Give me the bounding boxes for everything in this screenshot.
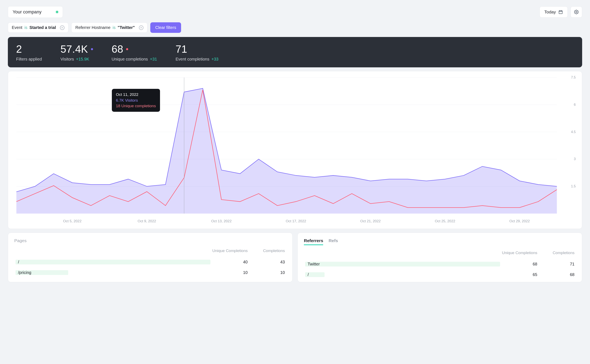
stat-value: 2 (16, 43, 22, 55)
svg-rect-0 (559, 11, 563, 14)
svg-text:4.5: 4.5 (571, 130, 576, 134)
settings-button[interactable] (570, 6, 582, 18)
svg-text:Oct 17, 2022: Oct 17, 2022 (286, 219, 306, 223)
filter-op: is (24, 25, 27, 30)
col-completions: Completions (248, 248, 285, 253)
pages-heading: Pages (14, 238, 27, 243)
table-row[interactable]: /6568 (304, 269, 576, 280)
calendar-icon (558, 10, 563, 14)
row-unique-completions: 10 (211, 270, 248, 275)
trend-chart[interactable]: 1.534.567.5Oct 5, 2022Oct 9, 2022Oct 13,… (12, 75, 578, 226)
svg-text:6: 6 (574, 103, 576, 106)
table-row[interactable]: /pricing1010 (14, 267, 286, 278)
date-range-button[interactable]: Today (540, 6, 568, 18)
svg-text:Oct 29, 2022: Oct 29, 2022 (509, 219, 530, 223)
row-unique-completions: 68 (500, 262, 537, 266)
pages-card: Pages Unique Completions Completions /40… (8, 233, 292, 282)
svg-text:Oct 9, 2022: Oct 9, 2022 (138, 219, 156, 223)
filter-op: is (113, 25, 116, 30)
col-unique-completions: Unique Completions (211, 248, 248, 253)
stat-label: Event completions (176, 57, 209, 62)
company-selector[interactable]: Your company (8, 6, 63, 18)
row-label: / (308, 272, 309, 277)
filter-value: Started a trial (30, 25, 56, 30)
filter-chip-event[interactable]: Event is Started a trial ✕ (8, 23, 68, 33)
filter-chip-referrer[interactable]: Referrer Hostname is "Twitter" ✕ (71, 23, 147, 33)
svg-text:Oct 21, 2022: Oct 21, 2022 (360, 219, 381, 223)
svg-text:3: 3 (574, 157, 576, 161)
stat-unique-completions[interactable]: 68 Unique completions +31 (112, 43, 157, 62)
stat-label: Unique completions (112, 57, 148, 62)
col-unique-completions: Unique Completions (500, 251, 537, 255)
stat-filters-applied: 2 Filters applied (16, 43, 42, 62)
row-label: Twitter (308, 262, 320, 266)
row-completions: 68 (537, 272, 575, 277)
live-indicator-icon (56, 11, 58, 13)
row-completions: 71 (537, 262, 575, 266)
row-unique-completions: 40 (211, 260, 248, 264)
stat-visitors[interactable]: 57.4K Visitors +15.9K (60, 43, 93, 62)
stats-bar: 2 Filters applied 57.4K Visitors +15.9K … (8, 37, 582, 67)
stat-delta: +15.9K (76, 57, 89, 62)
filter-key: Referrer Hostname (75, 25, 110, 30)
stat-delta: +31 (150, 57, 157, 62)
row-label: / (18, 260, 19, 264)
table-row[interactable]: /4043 (14, 257, 286, 267)
stat-delta: +33 (212, 57, 219, 62)
date-range-label: Today (544, 9, 556, 14)
filters-row: Event is Started a trial ✕ Referrer Host… (8, 22, 582, 33)
stat-event-completions[interactable]: 71 Event completions +33 (176, 43, 218, 62)
row-unique-completions: 65 (500, 272, 537, 277)
table-row[interactable]: Twitter6871 (304, 259, 576, 269)
svg-point-1 (576, 11, 577, 13)
remove-filter-icon[interactable]: ✕ (139, 26, 144, 30)
chart-card: 1.534.567.5Oct 5, 2022Oct 9, 2022Oct 13,… (8, 71, 582, 229)
svg-text:7.5: 7.5 (571, 75, 576, 79)
stat-value: 71 (176, 43, 187, 55)
stat-label: Filters applied (16, 57, 42, 62)
row-completions: 10 (248, 270, 285, 275)
row-label: /pricing (18, 270, 31, 275)
filter-key: Event (12, 25, 22, 30)
row-completions: 43 (248, 260, 285, 264)
svg-text:Oct 13, 2022: Oct 13, 2022 (211, 219, 232, 223)
tab-referrers[interactable]: Referrers (304, 238, 323, 245)
company-name: Your company (13, 9, 41, 15)
svg-text:1.5: 1.5 (571, 184, 576, 188)
col-completions: Completions (537, 251, 575, 255)
series-dot-icon (91, 48, 93, 50)
gear-icon (574, 10, 579, 14)
stat-value: 57.4K (60, 43, 88, 55)
stat-label: Visitors (60, 57, 74, 62)
tab-refs[interactable]: Refs (329, 238, 338, 245)
filter-value: "Twitter" (118, 25, 135, 30)
clear-filters-button[interactable]: Clear filters (150, 22, 181, 33)
referrers-card: Referrers Refs Unique Completions Comple… (298, 233, 582, 282)
svg-text:Oct 25, 2022: Oct 25, 2022 (435, 219, 455, 223)
stat-value: 68 (112, 43, 123, 55)
remove-filter-icon[interactable]: ✕ (60, 26, 65, 30)
svg-text:Oct 5, 2022: Oct 5, 2022 (63, 219, 81, 223)
series-dot-icon (126, 48, 128, 50)
